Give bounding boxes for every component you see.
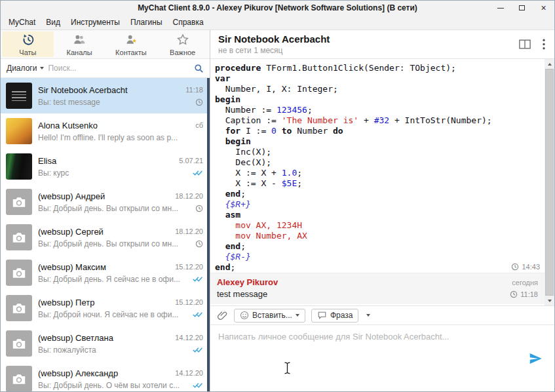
- split-view-icon[interactable]: [519, 39, 531, 52]
- code-line: asm: [215, 210, 540, 220]
- text-message-time: 11:18: [510, 290, 538, 298]
- chat-name: Elisa: [38, 156, 175, 166]
- code-line: {$R-}: [215, 252, 540, 262]
- chat-list-item-4[interactable]: (websup) Сергей18.12.20Вы: Добрый день. …: [1, 220, 210, 255]
- chat-preview: Вы: Добрый день. Вы открыли со мн...: [38, 239, 188, 248]
- filter-bar: Диалоги: [1, 59, 210, 78]
- avatar: [6, 153, 32, 180]
- message-history: procedure TForm1.Button1Click(Sender: TO…: [210, 59, 554, 305]
- read-check-icon: [192, 346, 203, 353]
- code-message-time: 14:43: [511, 262, 540, 272]
- code-line: begin: [215, 136, 540, 147]
- chat-name: (websup) Александр: [38, 368, 171, 378]
- chat-name: Alona Kutsenko: [38, 121, 191, 130]
- code-line: mov Number, AX: [215, 231, 540, 241]
- avatar: [6, 224, 32, 250]
- menu-item-4[interactable]: Справка: [168, 16, 209, 29]
- code-line: mov AX, 1234H: [215, 220, 540, 231]
- chat-scrollbar[interactable]: [545, 59, 554, 305]
- speech-bubble-icon: [317, 311, 327, 320]
- menu-item-2[interactable]: Инструменты: [66, 16, 125, 29]
- chat-time: 14.12.20: [175, 334, 203, 342]
- chat-name: (websup) Максим: [38, 262, 171, 272]
- dialogs-filter-dropdown[interactable]: Диалоги: [7, 64, 44, 73]
- chat-preview: Вы: Добрый день. Вы открыли со мн...: [38, 204, 188, 213]
- send-button[interactable]: [528, 352, 543, 365]
- search-icon[interactable]: [194, 64, 204, 73]
- chat-list-item-1[interactable]: Alona KutsenkoсбHello! I'm offline. I'll…: [1, 113, 210, 149]
- chat-list-item-3[interactable]: (websup) Андрей18.12.20Вы: Добрый день. …: [1, 184, 210, 220]
- chat-list-item-2[interactable]: Elisa5.07.21Вы: курс: [1, 149, 210, 184]
- scroll-down-arrow[interactable]: [545, 296, 554, 305]
- maximize-icon: [519, 5, 525, 10]
- code-line: X := X - $5E;: [215, 178, 540, 189]
- sidebar-scrollbar[interactable]: [207, 78, 210, 391]
- paperclip-icon[interactable]: [217, 310, 228, 321]
- toolbar-label-contacts: Контакты: [115, 49, 147, 56]
- toolbar-label-channels: Каналы: [67, 49, 92, 56]
- avatar: [6, 118, 32, 144]
- search-input[interactable]: [48, 64, 190, 73]
- code-line: Dec(X);: [215, 157, 540, 168]
- chat-name: (websup) Светлана: [38, 333, 171, 343]
- message-input[interactable]: Написать личное сообщение для Sir Notebo…: [210, 324, 554, 391]
- smiley-icon: [240, 311, 249, 320]
- toolbar-label-important: Важное: [170, 49, 195, 56]
- insert-button-label: Вставить...: [252, 311, 292, 320]
- code-line: Number := 123456;: [215, 105, 540, 115]
- maximize-button[interactable]: [511, 1, 533, 15]
- toolbar-button-contacts[interactable]: Контакты: [105, 31, 157, 57]
- chat-preview: Вы: пожалуйста: [38, 345, 188, 355]
- title-bar: MyChat Client 8.9.0 - Alexey Pikurov [Ne…: [1, 1, 554, 15]
- menu-item-0[interactable]: MyChat: [3, 16, 41, 29]
- chevron-down-icon: [296, 314, 299, 317]
- phrase-button[interactable]: Фраза: [311, 309, 359, 323]
- code-line: end;: [215, 241, 540, 252]
- menu-item-3[interactable]: Плагины: [125, 16, 168, 29]
- close-button[interactable]: ×: [533, 1, 554, 15]
- phrase-button-label: Фраза: [330, 311, 353, 320]
- menu-bar: MyChatВидИнструментыПлагиныСправка: [1, 15, 554, 30]
- chat-list-item-6[interactable]: (websup) Петр15.12.20Вы: Доброй ночи. Я …: [1, 290, 210, 326]
- message-input-placeholder: Написать личное сообщение для Sir Notebo…: [210, 325, 554, 348]
- text-message-timestamp: 11:18: [520, 290, 538, 298]
- pending-clock-icon: [192, 205, 203, 212]
- chat-preview: Вы: курс: [38, 168, 188, 178]
- code-line: Caption := 'The Number is' + #32 + IntTo…: [215, 115, 540, 126]
- star-icon: [176, 33, 190, 47]
- chat-time: 14.12.20: [175, 369, 203, 377]
- message-text: test message: [217, 289, 267, 299]
- main-area: ЧатыКаналыКонтактыВажное Диалоги Sir Not…: [1, 30, 554, 391]
- contact-star-icon: [124, 33, 138, 47]
- chat-time: 11:18: [185, 86, 203, 94]
- chat-preview: Вы: Добрый день. Я сейчас не в офи...: [38, 275, 188, 284]
- chat-list-item-0[interactable]: Sir Notebook Acerbacht11:18Вы: test mess…: [1, 78, 210, 113]
- chat-title: Sir Notebook Acerbacht: [218, 33, 546, 45]
- toolbar-button-chats[interactable]: Чаты: [2, 31, 54, 57]
- chevron-down-icon: [40, 67, 44, 69]
- composer-toolbar: Вставить... Фраза: [210, 305, 554, 324]
- pending-clock-icon: [192, 240, 203, 248]
- scrollbar-thumb[interactable]: [545, 69, 554, 296]
- toolbar-button-channels[interactable]: Каналы: [54, 31, 105, 57]
- code-line: end;: [215, 189, 540, 199]
- menu-item-1[interactable]: Вид: [41, 16, 66, 29]
- toolbar-button-important[interactable]: Важное: [157, 31, 208, 57]
- phrase-dropdown-button[interactable]: [364, 309, 372, 323]
- avatar: [6, 189, 32, 215]
- chat-list-item-8[interactable]: (websup) Александр14.12.20Вы: Добрый ден…: [1, 361, 210, 391]
- code-line: procedure TForm1.Button1Click(Sender: TO…: [215, 63, 540, 73]
- chat-name: Sir Notebook Acerbacht: [38, 85, 182, 95]
- insert-button[interactable]: Вставить...: [234, 309, 305, 323]
- chat-panel: Sir Notebook Acerbacht не в сети 1 месяц…: [210, 30, 554, 391]
- chat-list-item-7[interactable]: (websup) Светлана14.12.20Вы: пожалуйста: [1, 326, 210, 361]
- minimize-button[interactable]: [489, 1, 511, 15]
- code-line: X := X + 1.0;: [215, 168, 540, 178]
- code-message: procedure TForm1.Button1Click(Sender: TO…: [210, 59, 554, 273]
- scroll-up-arrow[interactable]: [545, 59, 554, 69]
- close-icon: ×: [541, 3, 546, 12]
- chat-list-item-5[interactable]: (websup) Максим15.12.20Вы: Добрый день. …: [1, 255, 210, 290]
- code-line: begin: [215, 94, 540, 105]
- chat-preview: Вы: test message: [38, 98, 188, 107]
- kebab-menu-icon[interactable]: [543, 39, 545, 52]
